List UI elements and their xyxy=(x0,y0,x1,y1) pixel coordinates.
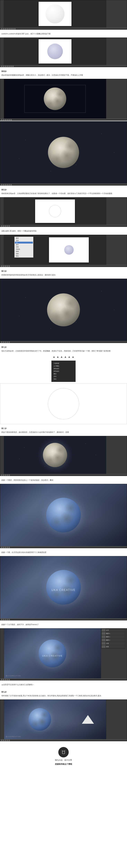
small-wireframe xyxy=(64,245,74,255)
step8e-note: ▲这里还可以添加什么元素自己去想象啦～ xyxy=(0,681,127,688)
step4-text: 把ps里做好的圆圈添加到ps里，调整位置大小，混合模式：柔光，注意放在月亮图层下… xyxy=(1,73,126,77)
step8: 第八步 把这个图添加家高层，放在最后层，注意选的大小左对角疗有他那好了，颜色暗式… xyxy=(0,425,127,436)
nebula-moon xyxy=(46,498,81,532)
watermark: @AAOREATIVE xyxy=(6,675,21,677)
screenshot-moon-outline xyxy=(0,79,127,121)
moon-glowing xyxy=(43,443,67,467)
step8c-text: 新建一个图，在月亮运部分给白色细想球打个八角梅度刻度 xyxy=(0,549,127,556)
step2-note: control+c,control+v并旋转180°,左右，将2个小圆叠合得到如… xyxy=(0,30,127,37)
screenshot-sphere-initial xyxy=(0,0,127,30)
footer: 猫九白社 · 设计分享 想捷称用就点个赞呢 xyxy=(0,742,127,771)
white-sphere xyxy=(45,4,65,24)
step7: 第七步 现在又回到ps里，之前的那层并宿排球因此没打了勾，把还圈建，然后往下压色… xyxy=(0,344,127,355)
step7-text: 现在又回到ps里，之前的那层并宿排球因此没打了勾，把还圈建，然后往下压色，用插笔… xyxy=(1,349,126,352)
screenshot-triangle: @AAOREATIVE xyxy=(0,700,127,741)
dashed-circle xyxy=(49,205,61,217)
layers-panel[interactable]: 文字 图层 5 图层 4 图层 3 月亮 背景 xyxy=(101,628,125,649)
screenshot-moon-stars-2 xyxy=(0,279,127,343)
step8d-text: 新建个了文字图层，放到下方，效果差不errors了 xyxy=(0,621,127,628)
screenshot-nebula xyxy=(0,484,127,548)
context-menu[interactable]: 不透明度正片叠底颜色减淡线性减淡叠加柔光强光 xyxy=(51,361,76,382)
step6: 第六步 把通材质和旋转的球体添加到ps里月亮的黑层上面混合：颜色模式 柔光 xyxy=(0,268,127,279)
screenshot-3d-menu: 图层选择3D旋转变换风格化模糊扭曲锐化 xyxy=(0,235,127,267)
moon-object xyxy=(44,88,66,110)
step4: 第四步 把ps里做好的圆圈添加到ps里，调整位置大小，混合模式：柔光，注意放在月… xyxy=(0,68,127,79)
step9: 第九步 有时候除了文字添加大标题,另让个村其式添加画-点元素光，拿头学装色,用多… xyxy=(0,688,127,700)
ps-canvas xyxy=(4,0,106,28)
svg-point-1 xyxy=(63,752,63,752)
screenshot-final-layers: UKA CREATIVE @AAOREATIVE 文字 图层 5 图层 4 图层… xyxy=(0,628,127,680)
brand-text: UKA CREATIVE xyxy=(51,589,76,592)
moon-big-2 xyxy=(47,293,80,327)
ps-panels xyxy=(106,0,127,28)
effects-menu[interactable]: 图层选择3D旋转变换风格化模糊扭曲锐化 xyxy=(14,237,33,258)
step8b-text: 新建一个图层，用英笔双对这加上一个蓝色的描述，混合模式：叠加 xyxy=(0,476,127,484)
svg-rect-0 xyxy=(62,751,65,754)
screenshot-moon-glow xyxy=(0,436,127,476)
step6-text: 把通材质和旋转的球体添加到ps里月亮的黑层上面混合：颜色模式 柔光 xyxy=(1,273,126,277)
step5b-text: 选取-效果-3D-旋转，得到一个飘远的旋转球体 xyxy=(0,227,127,235)
moon-big xyxy=(48,137,79,168)
svg-point-2 xyxy=(64,752,64,752)
white-triangle xyxy=(82,715,94,724)
screenshot-wireframe xyxy=(0,37,127,67)
step9-title: 第九步 xyxy=(1,690,126,693)
arrow-diagram xyxy=(0,355,127,359)
step8-text: 把这个图添加家高层，放在最后层，注意选的大小左对角疗有他那好了，颜色暗式：变重 xyxy=(1,431,126,434)
branded-moon xyxy=(46,570,81,604)
footer-line2: 想捷称用就点个赞呢 xyxy=(55,763,72,766)
wireframe-sphere xyxy=(47,43,63,59)
screenshot-circle-doc xyxy=(0,197,127,227)
ps-toolbar xyxy=(0,0,4,28)
step5-text: 将材质拷贝到ps里，之前的两层圆也已经变成了类别特别突出了，右眼成一个空白图，选… xyxy=(1,192,126,195)
step5: 第五步 将材质拷贝到ps里，之前的两层圆也已经变成了类别特别突出了，右眼成一个空… xyxy=(0,186,127,197)
step8-title: 第八步 xyxy=(1,427,126,430)
taskbar xyxy=(0,28,127,30)
step4-title: 第四步 xyxy=(1,70,126,73)
step7-title: 第七步 xyxy=(1,346,126,349)
big-dashed-circle xyxy=(48,388,79,420)
footer-line1: 猫九白社 · 设计分享 xyxy=(55,759,72,762)
screenshot-moon-brand: UKA CREATIVE xyxy=(0,556,127,620)
cat-logo-icon xyxy=(58,747,69,757)
screenshot-big-circle xyxy=(0,383,127,424)
step5-title: 第五步 xyxy=(1,188,126,191)
screenshot-moon-stars-1 xyxy=(0,121,127,185)
step9-text: 有时候除了文字添加大标题,另让个村其式添加画-点元素光，拿头学装色,用多边形套索… xyxy=(1,694,126,698)
step6-title: 第六步 xyxy=(1,270,126,273)
